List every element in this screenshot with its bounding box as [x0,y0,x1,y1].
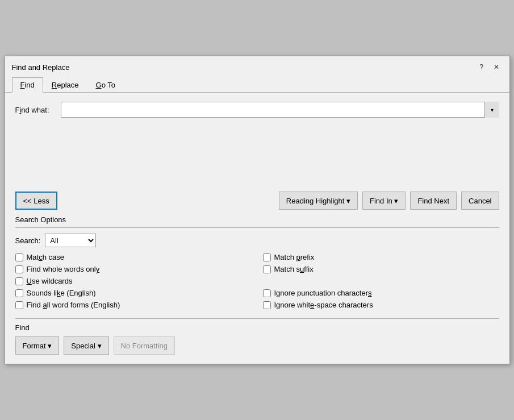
find-whole-words-label[interactable]: Find whole words only [27,265,100,273]
ignore-whitespace-checkbox[interactable] [263,301,271,309]
find-whole-words-row: Find whole words only [15,265,252,273]
tab-find-label: Find [20,81,35,89]
special-button[interactable]: Special ▾ [64,336,108,355]
use-wildcards-label[interactable]: Use wildcards [27,277,73,285]
find-replace-dialog: Find and Replace ? ✕ Find Replace Go To … [5,56,510,364]
no-formatting-button[interactable]: No Formatting [114,336,175,355]
use-wildcards-checkbox[interactable] [15,277,23,285]
ignore-punctuation-label[interactable]: Ignore punctuation characters [274,289,372,297]
find-what-input[interactable] [61,102,499,118]
search-label: Search: [15,236,41,245]
tab-find[interactable]: Find [12,77,43,93]
close-button[interactable]: ✕ [490,61,503,73]
match-suffix-row: Match suffix [263,265,499,273]
find-what-label: Find what: [15,106,61,114]
match-prefix-row: Match prefix [263,253,499,261]
empty-cell-1 [263,277,499,285]
action-buttons-row: << Less Reading Highlight ▾ Find In ▾ Fi… [15,192,499,210]
less-button[interactable]: << Less [15,192,57,210]
use-wildcards-row: Use wildcards [15,277,252,285]
find-what-row: Find what: ▾ [15,102,499,118]
find-what-input-wrapper: ▾ [61,102,499,118]
match-case-row: Match case [15,253,252,261]
options-grid: Match case Match prefix Find whole words… [15,253,499,309]
match-suffix-label[interactable]: Match suffix [274,265,314,273]
find-section-label: Find [15,323,499,332]
find-all-word-forms-label[interactable]: Find all word forms (English) [27,301,120,309]
bottom-buttons: Format ▾ Special ▾ No Formatting [15,336,499,355]
find-all-word-forms-checkbox[interactable] [15,301,23,309]
bottom-section: Find Format ▾ Special ▾ No Formatting [15,318,499,355]
search-select[interactable]: All Up Down [45,234,96,247]
title-buttons: ? ✕ [475,61,503,73]
ignore-punctuation-checkbox[interactable] [263,289,271,297]
cancel-button[interactable]: Cancel [461,192,499,210]
match-case-label[interactable]: Match case [27,253,64,261]
dialog-title: Find and Replace [12,63,70,72]
find-whole-words-checkbox[interactable] [15,265,23,273]
search-options-label: Search Options [15,215,499,224]
format-button[interactable]: Format ▾ [15,336,60,355]
find-next-button[interactable]: Find Next [410,192,457,210]
spacer [15,123,499,192]
ignore-whitespace-label[interactable]: Ignore white-space characters [274,301,373,309]
sounds-like-label[interactable]: Sounds like (English) [27,289,96,297]
title-bar: Find and Replace ? ✕ [5,56,509,73]
search-row: Search: All Up Down [15,234,499,247]
tabs-container: Find Replace Go To [5,73,509,93]
find-what-dropdown[interactable]: ▾ [484,102,499,118]
reading-highlight-button[interactable]: Reading Highlight ▾ [279,192,358,210]
divider-line [15,227,499,228]
sounds-like-row: Sounds like (English) [15,289,252,297]
tab-goto[interactable]: Go To [87,77,124,93]
sounds-like-checkbox[interactable] [15,289,23,297]
find-in-button[interactable]: Find In ▾ [362,192,406,210]
match-case-checkbox[interactable] [15,253,23,261]
find-all-word-forms-row: Find all word forms (English) [15,301,252,309]
tab-replace-label: Replace [52,81,79,89]
help-button[interactable]: ? [475,61,488,73]
ignore-whitespace-row: Ignore white-space characters [263,301,499,309]
match-prefix-label[interactable]: Match prefix [274,253,315,261]
tab-replace[interactable]: Replace [43,77,87,93]
dialog-content: Find what: ▾ << Less Reading Highlight ▾… [5,93,509,364]
tab-goto-label: Go To [96,81,115,89]
match-prefix-checkbox[interactable] [263,253,271,261]
match-suffix-checkbox[interactable] [263,265,271,273]
ignore-punctuation-row: Ignore punctuation characters [263,289,499,297]
